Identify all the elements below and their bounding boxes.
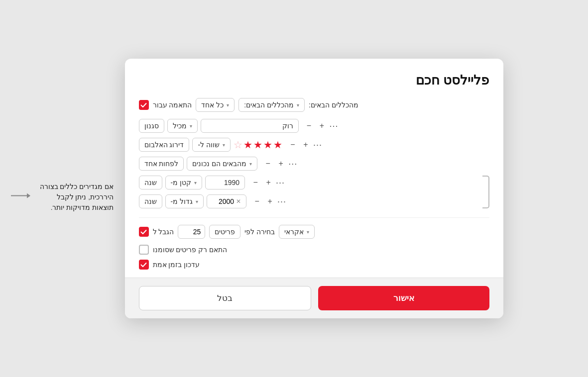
group-bracket	[482, 176, 489, 208]
chevron-down-icon: ▾	[190, 123, 192, 129]
live-update-label: עדכון בזמן אמת	[153, 261, 200, 269]
cancel-button[interactable]: בטל	[139, 286, 311, 310]
year2-field-dropdown[interactable]: שנה	[139, 194, 162, 208]
condition-field-label: לפחות אחד	[144, 160, 179, 168]
operator-dropdown[interactable]: ▾ כל אחד	[196, 98, 235, 112]
rating-operator-dropdown[interactable]: ▾ שווה ל-	[192, 138, 231, 152]
add-rule-button[interactable]: +	[263, 177, 274, 188]
chevron-down-icon: ▾	[249, 161, 252, 167]
dialog-title: פליילסט חכם	[139, 73, 489, 88]
limit-label: הגבל ל	[153, 228, 174, 236]
filter-row-condition: ··· + − ▾ מהבאים הם נכונים לפחות אחד	[139, 157, 489, 171]
clear-year2-button[interactable]: ✕	[236, 198, 241, 205]
remove-rule-button[interactable]: −	[250, 177, 261, 188]
year2-field-label: שנה	[144, 197, 157, 205]
filter-rows: ··· + − ▾ מכיל סגנון ··· + −	[139, 119, 489, 208]
chevron-down-icon: ▾	[227, 102, 229, 108]
year1-operator-dropdown[interactable]: ▾ קטן מ-	[165, 176, 203, 189]
confirm-button[interactable]: אישור	[318, 286, 489, 310]
bracket-group: ··· + − ▾ קטן מ- שנה	[139, 176, 480, 208]
filter-row-year1: ··· + − ▾ קטן מ- שנה	[139, 176, 480, 189]
remove-rule-button[interactable]: −	[304, 120, 315, 131]
condition-value-label: מהבאים הם נכונים	[192, 160, 246, 168]
limit-checkbox[interactable]	[139, 227, 149, 237]
chevron-down-icon: ▾	[194, 180, 197, 186]
year-group: ··· + − ▾ קטן מ- שנה	[139, 176, 489, 208]
smart-playlist-dialog: פליילסט חכם מהכללים הבאים: ▾ מהכללים הבא…	[125, 59, 503, 318]
more-options-icon[interactable]: ···	[277, 196, 286, 207]
genre-value-input[interactable]	[201, 119, 299, 133]
year1-field-label: שנה	[144, 179, 157, 187]
year2-value-container: ✕	[207, 194, 246, 208]
live-update-checkbox[interactable]	[139, 260, 149, 270]
filter-row-rating: ··· + − ☆ ★ ★ ★ ★ ▾ שווה ל- דירוג האלבום	[139, 138, 489, 152]
more-options-icon[interactable]: ···	[288, 159, 297, 169]
match-section: מהכללים הבאים: ▾ מהכללים הבאים: ▾ כל אחד…	[139, 98, 489, 112]
genre-operator-label: מכיל	[173, 122, 187, 130]
row-controls-2: ··· + −	[287, 139, 322, 150]
page-wrapper: אם מגדירים כללים בצורה היררכית, ניתן לקב…	[0, 0, 588, 377]
star-5[interactable]: ★	[273, 139, 282, 151]
rating-operator-label: שווה ל-	[198, 141, 220, 149]
chevron-down-icon: ▾	[307, 229, 309, 235]
from-dropdown-value: מהכללים הבאים:	[244, 101, 294, 109]
star-2[interactable]: ★	[243, 139, 252, 151]
row-controls-4: ··· + −	[250, 177, 285, 188]
add-rule-button[interactable]: +	[264, 196, 275, 207]
year1-value-input[interactable]	[205, 176, 245, 189]
selection-label: בחירה לפי	[244, 228, 275, 236]
match-checkbox[interactable]	[139, 100, 149, 110]
note-arrow	[11, 195, 30, 196]
condition-field-dropdown[interactable]: לפחות אחד	[139, 157, 184, 171]
only-checked-checkbox[interactable]	[139, 245, 149, 255]
dialog-footer: אישור בטל	[125, 278, 503, 318]
remove-rule-button[interactable]: −	[262, 158, 273, 169]
chevron-down-icon: ▾	[297, 102, 299, 108]
sidebar-note-text: אם מגדירים כללים בצורה היררכית, ניתן לקב…	[34, 182, 114, 213]
chevron-down-icon: ▾	[196, 199, 198, 204]
more-options-icon[interactable]: ···	[330, 121, 339, 131]
remove-rule-button[interactable]: −	[287, 139, 298, 150]
selection-value-dropdown[interactable]: ▾ אקראי	[279, 225, 315, 239]
limit-section: ▾ אקראי בחירה לפי פריטים הגבל ל התאם רק …	[139, 217, 489, 270]
live-update-row: עדכון בזמן אמת	[139, 260, 489, 270]
limit-row: ▾ אקראי בחירה לפי פריטים הגבל ל	[139, 225, 489, 239]
row-controls-5: ··· + −	[251, 196, 286, 207]
note-bracket	[11, 182, 30, 196]
only-checked-row: התאם רק פריטים שסומנו	[139, 245, 489, 255]
add-rule-button[interactable]: +	[300, 139, 311, 150]
add-rule-button[interactable]: +	[317, 120, 328, 131]
row-controls-3: ··· + −	[262, 158, 297, 169]
condition-value-dropdown[interactable]: ▾ מהבאים הם נכונים	[187, 157, 257, 171]
unit-dropdown[interactable]: פריטים	[209, 225, 240, 239]
rating-field-dropdown[interactable]: דירוג האלבום	[139, 138, 190, 152]
year2-value-input[interactable]	[209, 197, 234, 205]
from-label: מהכללים הבאים:	[309, 101, 358, 109]
year1-operator-label: קטן מ-	[171, 179, 192, 187]
star-rating[interactable]: ☆ ★ ★ ★ ★	[234, 139, 282, 151]
more-options-icon[interactable]: ···	[313, 140, 322, 150]
rating-field-label: דירוג האלבום	[144, 141, 184, 149]
genre-field-dropdown[interactable]: סגנון	[139, 119, 164, 133]
sidebar-note: אם מגדירים כללים בצורה היררכית, ניתן לקב…	[9, 182, 114, 213]
only-checked-label: התאם רק פריטים שסומנו	[153, 246, 228, 254]
operator-value: כל אחד	[201, 101, 224, 109]
add-rule-button[interactable]: +	[275, 158, 286, 169]
year2-operator-dropdown[interactable]: ▾ גדול מ-	[165, 194, 204, 208]
filter-row-year2: ··· + − ✕ ▾ גדול מ- שנה	[139, 194, 480, 208]
limit-value-input[interactable]	[178, 225, 205, 239]
year1-field-dropdown[interactable]: שנה	[139, 176, 162, 189]
star-1[interactable]: ☆	[234, 139, 242, 151]
from-dropdown[interactable]: ▾ מהכללים הבאים:	[238, 98, 305, 112]
genre-operator-dropdown[interactable]: ▾ מכיל	[167, 119, 198, 133]
star-3[interactable]: ★	[253, 139, 262, 151]
star-4[interactable]: ★	[263, 139, 272, 151]
chevron-down-icon: ▾	[223, 142, 225, 148]
filter-row-genre: ··· + − ▾ מכיל סגנון	[139, 119, 489, 133]
year2-operator-label: גדול מ-	[171, 197, 193, 205]
remove-rule-button[interactable]: −	[251, 196, 262, 207]
unit-label: פריטים	[215, 228, 235, 236]
row-controls-1: ··· + −	[304, 120, 339, 131]
more-options-icon[interactable]: ···	[276, 178, 285, 188]
genre-field-label: סגנון	[144, 122, 159, 130]
